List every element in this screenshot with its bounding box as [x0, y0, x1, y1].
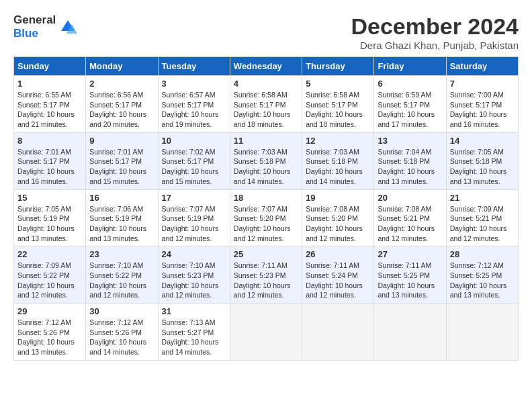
day-number: 15 [17, 193, 82, 203]
title-section: December 2024 Dera Ghazi Khan, Punjab, P… [351, 13, 519, 51]
day-info: Sunrise: 7:02 AMSunset: 5:17 PMDaylight:… [162, 147, 226, 187]
calendar-week-row: 1Sunrise: 6:55 AMSunset: 5:17 PMDaylight… [14, 76, 519, 133]
calendar-cell: 29Sunrise: 7:12 AMSunset: 5:26 PMDayligh… [14, 304, 86, 361]
day-number: 17 [162, 193, 226, 203]
calendar-cell: 9Sunrise: 7:01 AMSunset: 5:17 PMDaylight… [86, 132, 158, 189]
day-info: Sunrise: 7:07 AMSunset: 5:19 PMDaylight:… [162, 204, 226, 244]
day-info: Sunrise: 7:05 AMSunset: 5:18 PMDaylight:… [450, 147, 515, 187]
day-number: 7 [450, 79, 515, 89]
day-number: 11 [234, 136, 298, 146]
calendar-cell: 4Sunrise: 6:58 AMSunset: 5:17 PMDaylight… [230, 76, 302, 133]
calendar-cell [374, 304, 446, 361]
calendar-cell: 1Sunrise: 6:55 AMSunset: 5:17 PMDaylight… [14, 76, 86, 133]
day-number: 16 [89, 193, 154, 203]
day-info: Sunrise: 7:03 AMSunset: 5:18 PMDaylight:… [306, 147, 370, 187]
day-info: Sunrise: 7:06 AMSunset: 5:19 PMDaylight:… [89, 204, 154, 244]
day-info: Sunrise: 7:12 AMSunset: 5:25 PMDaylight:… [450, 261, 515, 300]
day-info: Sunrise: 7:04 AMSunset: 5:18 PMDaylight:… [378, 147, 442, 187]
day-number: 30 [89, 306, 154, 316]
calendar-cell: 6Sunrise: 6:59 AMSunset: 5:17 PMDaylight… [374, 76, 446, 133]
calendar-week-row: 29Sunrise: 7:12 AMSunset: 5:26 PMDayligh… [14, 304, 519, 361]
logo-icon [58, 17, 77, 36]
calendar-cell: 31Sunrise: 7:13 AMSunset: 5:27 PMDayligh… [158, 304, 230, 361]
calendar-cell: 20Sunrise: 7:08 AMSunset: 5:21 PMDayligh… [374, 189, 446, 246]
day-info: Sunrise: 7:11 AMSunset: 5:25 PMDaylight:… [378, 261, 442, 300]
day-number: 3 [162, 79, 226, 89]
calendar-cell: 7Sunrise: 7:00 AMSunset: 5:17 PMDaylight… [446, 76, 518, 133]
day-info: Sunrise: 7:01 AMSunset: 5:17 PMDaylight:… [89, 147, 154, 187]
day-number: 2 [89, 79, 154, 89]
calendar-cell: 17Sunrise: 7:07 AMSunset: 5:19 PMDayligh… [158, 189, 230, 246]
day-info: Sunrise: 7:08 AMSunset: 5:21 PMDaylight:… [378, 204, 442, 244]
calendar-table: Sunday Monday Tuesday Wednesday Thursday… [13, 56, 519, 361]
day-number: 22 [17, 249, 82, 259]
day-info: Sunrise: 7:07 AMSunset: 5:20 PMDaylight:… [234, 204, 298, 244]
day-info: Sunrise: 7:12 AMSunset: 5:26 PMDaylight:… [17, 318, 82, 357]
day-number: 8 [17, 136, 82, 146]
day-info: Sunrise: 7:11 AMSunset: 5:24 PMDaylight:… [306, 261, 370, 300]
day-info: Sunrise: 7:10 AMSunset: 5:23 PMDaylight:… [162, 261, 226, 300]
day-info: Sunrise: 6:56 AMSunset: 5:17 PMDaylight:… [89, 90, 154, 130]
header-friday: Friday [374, 57, 446, 76]
calendar-cell [230, 304, 302, 361]
calendar-cell: 13Sunrise: 7:04 AMSunset: 5:18 PMDayligh… [374, 132, 446, 189]
day-info: Sunrise: 6:59 AMSunset: 5:17 PMDaylight:… [378, 90, 442, 130]
day-number: 21 [450, 193, 515, 203]
calendar-cell: 24Sunrise: 7:10 AMSunset: 5:23 PMDayligh… [158, 246, 230, 304]
calendar-cell: 11Sunrise: 7:03 AMSunset: 5:18 PMDayligh… [230, 132, 302, 189]
day-number: 24 [162, 249, 226, 259]
day-info: Sunrise: 7:00 AMSunset: 5:17 PMDaylight:… [450, 90, 515, 130]
day-info: Sunrise: 6:57 AMSunset: 5:17 PMDaylight:… [162, 90, 226, 130]
day-number: 9 [89, 136, 154, 146]
calendar-cell: 28Sunrise: 7:12 AMSunset: 5:25 PMDayligh… [446, 246, 518, 304]
calendar-cell: 21Sunrise: 7:09 AMSunset: 5:21 PMDayligh… [446, 189, 518, 246]
day-info: Sunrise: 7:05 AMSunset: 5:19 PMDaylight:… [17, 204, 82, 244]
calendar-cell: 14Sunrise: 7:05 AMSunset: 5:18 PMDayligh… [446, 132, 518, 189]
calendar-cell [446, 304, 518, 361]
header-sunday: Sunday [14, 57, 86, 76]
calendar-cell: 30Sunrise: 7:12 AMSunset: 5:26 PMDayligh… [86, 304, 158, 361]
calendar-cell: 23Sunrise: 7:10 AMSunset: 5:22 PMDayligh… [86, 246, 158, 304]
day-info: Sunrise: 7:01 AMSunset: 5:17 PMDaylight:… [17, 147, 82, 187]
day-number: 31 [162, 306, 226, 316]
day-info: Sunrise: 7:10 AMSunset: 5:22 PMDaylight:… [89, 261, 154, 300]
day-info: Sunrise: 6:58 AMSunset: 5:17 PMDaylight:… [306, 90, 370, 130]
day-number: 12 [306, 136, 370, 146]
location-subtitle: Dera Ghazi Khan, Punjab, Pakistan [351, 40, 519, 51]
calendar-cell: 10Sunrise: 7:02 AMSunset: 5:17 PMDayligh… [158, 132, 230, 189]
day-number: 14 [450, 136, 515, 146]
day-info: Sunrise: 6:55 AMSunset: 5:17 PMDaylight:… [17, 90, 82, 130]
calendar-cell: 18Sunrise: 7:07 AMSunset: 5:20 PMDayligh… [230, 189, 302, 246]
day-info: Sunrise: 7:03 AMSunset: 5:18 PMDaylight:… [234, 147, 298, 187]
logo: General Blue [13, 13, 77, 40]
day-number: 18 [234, 193, 298, 203]
calendar-cell: 5Sunrise: 6:58 AMSunset: 5:17 PMDaylight… [302, 76, 374, 133]
calendar-cell: 8Sunrise: 7:01 AMSunset: 5:17 PMDaylight… [14, 132, 86, 189]
day-number: 10 [162, 136, 226, 146]
calendar-cell: 12Sunrise: 7:03 AMSunset: 5:18 PMDayligh… [302, 132, 374, 189]
day-number: 26 [306, 249, 370, 259]
calendar-cell: 2Sunrise: 6:56 AMSunset: 5:17 PMDaylight… [86, 76, 158, 133]
calendar-week-row: 15Sunrise: 7:05 AMSunset: 5:19 PMDayligh… [14, 189, 519, 246]
logo-blue: Blue [13, 27, 38, 40]
logo-general: General [13, 13, 56, 26]
day-info: Sunrise: 6:58 AMSunset: 5:17 PMDaylight:… [234, 90, 298, 130]
day-number: 5 [306, 79, 370, 89]
calendar-header-row: Sunday Monday Tuesday Wednesday Thursday… [14, 57, 519, 76]
day-number: 29 [17, 306, 82, 316]
header-wednesday: Wednesday [230, 57, 302, 76]
header-tuesday: Tuesday [158, 57, 230, 76]
day-number: 1 [17, 79, 82, 89]
day-info: Sunrise: 7:09 AMSunset: 5:22 PMDaylight:… [17, 261, 82, 300]
day-number: 13 [378, 136, 442, 146]
day-number: 4 [234, 79, 298, 89]
calendar-cell: 26Sunrise: 7:11 AMSunset: 5:24 PMDayligh… [302, 246, 374, 304]
day-info: Sunrise: 7:11 AMSunset: 5:23 PMDaylight:… [234, 261, 298, 300]
calendar-cell [302, 304, 374, 361]
calendar-cell: 3Sunrise: 6:57 AMSunset: 5:17 PMDaylight… [158, 76, 230, 133]
calendar-cell: 15Sunrise: 7:05 AMSunset: 5:19 PMDayligh… [14, 189, 86, 246]
calendar-cell: 19Sunrise: 7:08 AMSunset: 5:20 PMDayligh… [302, 189, 374, 246]
header-saturday: Saturday [446, 57, 518, 76]
month-title: December 2024 [351, 13, 519, 40]
day-number: 28 [450, 249, 515, 259]
